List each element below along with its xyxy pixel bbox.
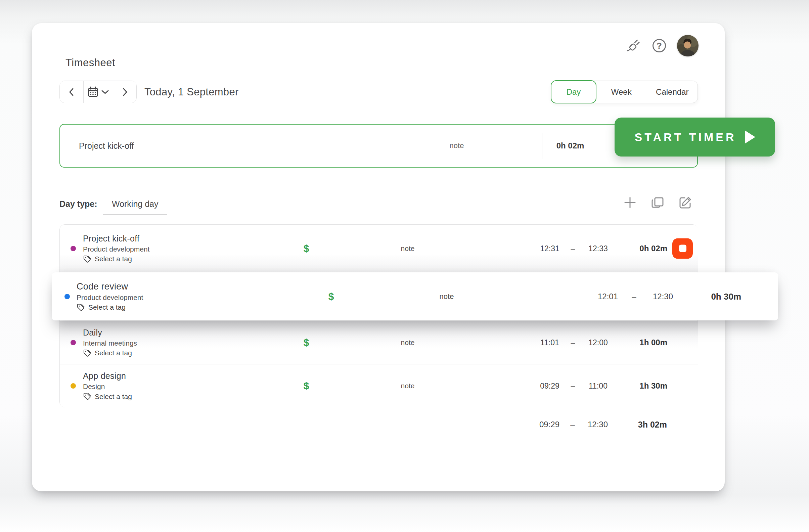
billable-toggle[interactable]: $ <box>304 337 309 348</box>
time-separator: – <box>571 244 575 253</box>
select-tag-button[interactable]: Select a tag <box>83 255 150 263</box>
tab-calendar[interactable]: Calendar <box>647 81 698 103</box>
entry-title: App design <box>83 371 132 381</box>
project-color-dot <box>65 294 70 299</box>
edit-icon <box>678 195 692 210</box>
day-type-label: Day type: <box>59 199 98 209</box>
integrations-button[interactable] <box>626 38 641 53</box>
entry-project: Design <box>83 382 132 391</box>
divider <box>542 133 543 159</box>
project-color-dot <box>70 246 76 251</box>
user-avatar[interactable] <box>677 35 699 56</box>
day-total-row: 09:29 – 12:30 3h 02m <box>59 414 698 434</box>
tab-week[interactable]: Week <box>596 81 647 103</box>
entry-note-input[interactable]: note <box>440 292 454 301</box>
select-tag-label: Select a tag <box>95 349 132 357</box>
timer-task-input[interactable]: Project kick-off <box>79 125 134 167</box>
entry-project: Product development <box>76 294 143 302</box>
start-time[interactable]: 12:31 <box>540 244 560 253</box>
add-entry-button[interactable] <box>623 195 637 210</box>
tab-day[interactable]: Day <box>551 80 597 103</box>
chevron-right-icon <box>121 87 128 97</box>
entry-text: App design Design Select a tag <box>83 371 132 401</box>
timer-elapsed-time: 0h 02m <box>556 125 584 167</box>
entry-duration: 0h 30m <box>711 291 741 302</box>
date-picker-button[interactable] <box>83 81 113 103</box>
copy-entries-button[interactable] <box>650 195 665 210</box>
total-duration: 3h 02m <box>638 420 667 430</box>
time-separator: – <box>571 338 575 347</box>
chevron-left-icon <box>68 87 75 97</box>
entry-duration: 1h 30m <box>639 381 667 391</box>
user-photo <box>677 35 699 56</box>
entry-note-input[interactable]: note <box>401 339 415 347</box>
copy-icon <box>651 195 665 210</box>
plug-icon <box>626 38 642 54</box>
entry-title: Daily <box>83 328 137 338</box>
end-time[interactable]: 12:30 <box>653 292 673 301</box>
tag-icon <box>83 392 91 401</box>
select-tag-label: Select a tag <box>95 255 132 263</box>
project-color-dot <box>70 340 76 345</box>
start-time[interactable]: 11:01 <box>540 338 559 347</box>
entry-row-app-design[interactable]: App design Design Select a tag $ <box>60 364 698 407</box>
main-card: Timesheet ? <box>32 23 725 491</box>
time-separator: – <box>570 420 574 429</box>
start-timer-button[interactable]: START TIMER <box>615 118 775 156</box>
current-date-label: Today, 1 September <box>144 81 239 103</box>
select-tag-button[interactable]: Select a tag <box>83 392 132 401</box>
tag-icon <box>83 349 91 357</box>
entry-text: Daily Internal meetings Select a tag <box>83 328 137 357</box>
previous-day-button[interactable] <box>60 81 83 103</box>
chevron-down-icon <box>101 89 109 95</box>
select-tag-label: Select a tag <box>95 393 132 401</box>
start-time[interactable]: 12:01 <box>598 292 618 301</box>
tag-icon <box>83 255 91 263</box>
timer-note-input[interactable]: note <box>450 125 464 167</box>
time-separator: – <box>571 381 575 391</box>
stop-icon <box>679 245 686 252</box>
billable-toggle[interactable]: $ <box>328 291 334 302</box>
end-time[interactable]: 11:00 <box>589 381 607 391</box>
timer-entry-bar: Project kick-off note 0h 02m <box>59 124 698 168</box>
time-separator: – <box>632 292 636 301</box>
billable-toggle[interactable]: $ <box>304 380 309 392</box>
entry-row-daily[interactable]: Daily Internal meetings Select a tag <box>60 321 698 364</box>
page-title: Timesheet <box>66 57 115 69</box>
entry-row-project-kickoff[interactable]: Project kick-off Product development Sel… <box>60 225 698 272</box>
date-navigation <box>59 81 137 103</box>
entry-duration: 0h 02m <box>639 244 667 253</box>
start-time[interactable]: 09:29 <box>540 381 560 391</box>
question-circle-icon: ? <box>653 39 666 52</box>
play-icon <box>745 131 755 143</box>
entry-title: Project kick-off <box>83 234 150 243</box>
total-start-time: 09:29 <box>539 420 560 429</box>
project-color-dot <box>70 383 76 389</box>
entry-note-input[interactable]: note <box>401 244 415 253</box>
billable-toggle[interactable]: $ <box>304 243 309 254</box>
entry-row-code-review-dragged[interactable]: Code review Product development Select a… <box>52 272 778 321</box>
help-button[interactable]: ? <box>652 38 667 53</box>
header-icons: ? <box>626 35 699 57</box>
entry-text: Code review Product development Select a… <box>76 281 143 312</box>
entry-project: Product development <box>83 245 150 253</box>
next-day-button[interactable] <box>113 81 136 103</box>
select-tag-button[interactable]: Select a tag <box>83 349 137 357</box>
plus-icon <box>623 195 637 210</box>
end-time[interactable]: 12:33 <box>588 244 608 253</box>
entry-title: Code review <box>76 281 143 292</box>
stop-timer-button[interactable] <box>672 238 693 259</box>
day-type-select[interactable]: Working day <box>103 199 167 215</box>
entry-actions <box>623 195 692 210</box>
edit-entries-button[interactable] <box>678 195 692 210</box>
view-toggle: Day Week Calendar <box>551 81 698 103</box>
entry-duration: 1h 00m <box>639 338 667 347</box>
tag-icon <box>76 303 85 312</box>
select-tag-button[interactable]: Select a tag <box>76 303 143 312</box>
entry-text: Project kick-off Product development Sel… <box>83 234 150 263</box>
calendar-icon <box>88 86 98 98</box>
timesheet-app: Timesheet ? <box>0 0 809 532</box>
entry-project: Internal meetings <box>83 339 137 347</box>
end-time[interactable]: 12:00 <box>588 338 608 347</box>
entry-note-input[interactable]: note <box>401 382 415 390</box>
